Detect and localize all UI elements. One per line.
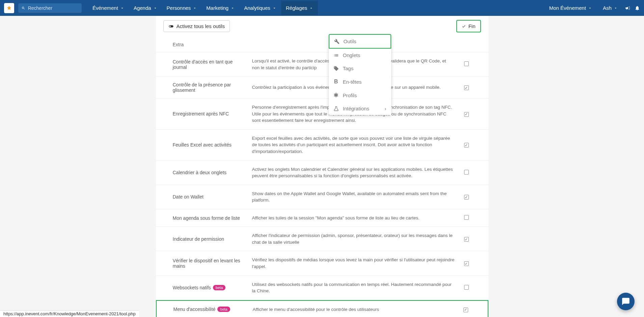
row-name: Mon agenda sous forme de liste	[173, 215, 245, 221]
dropdown-onglets[interactable]: Onglets	[329, 49, 391, 62]
nav-label: Personnes	[167, 5, 191, 11]
toolbar: Activez tous les outils Fin	[156, 16, 488, 36]
row-checkbox-cell	[461, 261, 472, 266]
toggle-icon	[168, 24, 174, 29]
row-description: Export excel feuilles avec des activités…	[252, 135, 455, 155]
checkbox[interactable]	[464, 261, 469, 266]
rows-container: Contrôle d'accès en tant que journalLors…	[156, 52, 488, 317]
logo-icon	[6, 5, 12, 11]
row-checkbox-cell	[461, 111, 472, 117]
logo[interactable]	[4, 3, 14, 13]
section-title: Extra	[173, 42, 184, 47]
user-label: Ash	[603, 5, 612, 11]
row-checkbox-cell	[461, 194, 472, 200]
checkbox[interactable]	[464, 237, 469, 242]
checkbox[interactable]	[463, 308, 468, 312]
dropdown-label: Profils	[343, 93, 357, 98]
dropdown-label: En-têtes	[343, 79, 362, 85]
checkbox[interactable]	[464, 143, 469, 148]
search-box[interactable]	[18, 3, 82, 13]
dropdown-label: Onglets	[343, 52, 360, 58]
row-name: Menu d'accessibilitébeta	[173, 307, 246, 312]
row-name: Calendrier à deux onglets	[173, 170, 245, 175]
dropdown-label: Tags	[343, 65, 354, 71]
dropdown-label: Outils	[344, 38, 356, 44]
nav-label: Analytiques	[244, 5, 270, 11]
search-input[interactable]	[28, 5, 78, 11]
chevron-down-icon	[272, 6, 276, 10]
dropdown-entetes[interactable]: B En-têtes	[329, 75, 391, 88]
wrench-icon	[334, 39, 340, 44]
search-icon	[22, 6, 25, 10]
checkbox[interactable]	[464, 170, 469, 175]
row-checkbox-cell	[461, 307, 471, 312]
row-description: Show dates on the Apple Wallet and Googl…	[252, 190, 455, 204]
bell-icon[interactable]	[635, 5, 640, 11]
checkbox[interactable]	[464, 215, 469, 220]
row-description: Afficher les tuiles de la session "Mon a…	[252, 215, 455, 221]
nav-right: Mon Événement Ash	[546, 1, 640, 15]
nav-personnes[interactable]: Personnes	[162, 1, 202, 15]
chat-button[interactable]	[617, 293, 635, 310]
row-checkbox-cell	[461, 85, 472, 90]
nav-label: Agenda	[134, 5, 151, 11]
chevron-right-icon: ›	[385, 106, 386, 111]
tag-icon	[333, 66, 339, 71]
status-url: https://app.inevent.com/fr/Knowledge/Mon…	[3, 311, 136, 316]
megaphone-icon[interactable]	[625, 5, 630, 11]
check-icon	[462, 24, 466, 28]
table-row: Calendrier à deux ongletsActivez les ong…	[156, 161, 488, 185]
table-row: Mon agenda sous forme de listeAfficher l…	[156, 209, 488, 227]
dropdown-outils[interactable]: Outils	[329, 34, 391, 49]
chevron-down-icon	[231, 6, 235, 10]
row-name: Websockets natifsbeta	[173, 285, 245, 290]
chevron-down-icon	[614, 6, 618, 10]
activate-label: Activez tous les outils	[177, 23, 225, 29]
row-checkbox-cell	[461, 170, 472, 176]
table-row: Enregistrement après NFCPersonne d'enreg…	[156, 99, 488, 130]
checkbox[interactable]	[464, 61, 469, 66]
table-row: Contrôle d'accès en tant que journalLors…	[156, 52, 488, 77]
table-row: Date on WalletShow dates on the Apple Wa…	[156, 185, 488, 209]
row-description: Utilisez des websockets natifs pour la c…	[252, 281, 455, 294]
nav-evenement[interactable]: Événement	[88, 1, 129, 15]
table-row: Indicateur de permissionAfficher l'indic…	[156, 227, 488, 251]
event-selector[interactable]: Mon Événement	[546, 1, 595, 15]
topbar: Événement Agenda Personnes Marketing Ana…	[0, 0, 644, 16]
checkbox[interactable]	[464, 85, 469, 90]
chevron-up-icon	[309, 6, 313, 10]
nav-reglages[interactable]: Réglages	[281, 1, 318, 15]
row-name: Date on Wallet	[173, 194, 245, 200]
row-description: Vérifiez les dispositifs de médias lorsq…	[252, 257, 455, 270]
nav-analytiques[interactable]: Analytiques	[239, 1, 281, 15]
dropdown-tags[interactable]: Tags	[329, 62, 391, 75]
nav-agenda[interactable]: Agenda	[129, 1, 162, 15]
dropdown-profils[interactable]: ✱ Profils	[329, 88, 391, 102]
checkbox[interactable]	[464, 112, 469, 117]
row-name: Enregistrement après NFC	[173, 111, 245, 116]
row-name: Vérifier le dispositif en levant les mai…	[173, 258, 245, 269]
user-menu[interactable]: Ash	[599, 1, 621, 15]
beta-badge: beta	[217, 307, 230, 312]
chevron-down-icon	[193, 6, 197, 10]
table-row: Menu d'accessibilitébetaAfficher le menu…	[156, 300, 488, 317]
row-checkbox-cell	[461, 61, 472, 67]
activate-all-button[interactable]: Activez tous les outils	[163, 20, 230, 32]
row-checkbox-cell	[461, 236, 472, 242]
table-row: Websockets natifsbetaUtilisez des websoc…	[156, 276, 488, 300]
dropdown-integrations[interactable]: Intégrations ›	[329, 102, 391, 115]
done-label: Fin	[468, 23, 476, 29]
row-checkbox-cell	[461, 215, 472, 221]
beta-badge: beta	[213, 285, 225, 290]
checkbox[interactable]	[464, 285, 469, 290]
chevron-down-icon	[153, 6, 157, 10]
nav-label: Réglages	[286, 5, 307, 11]
chevron-down-icon	[120, 6, 124, 10]
status-bar: https://app.inevent.com/fr/Knowledge/Mon…	[0, 310, 139, 317]
list-icon	[333, 53, 339, 58]
nav-label: Marketing	[206, 5, 229, 11]
nav-marketing[interactable]: Marketing	[202, 1, 239, 15]
table-row: Feuilles Excel avec activitésExport exce…	[156, 130, 488, 161]
checkbox[interactable]	[464, 195, 469, 200]
done-button[interactable]: Fin	[456, 20, 481, 32]
